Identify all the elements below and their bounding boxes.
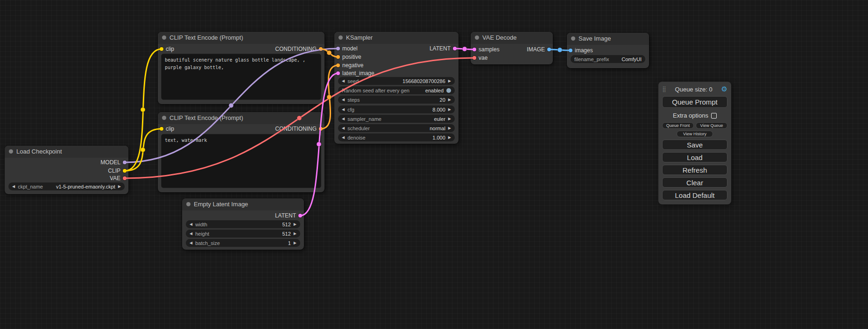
slot-label: clip: [166, 126, 174, 132]
increment-arrow-icon[interactable]: ▶: [448, 77, 451, 85]
widget-scheduler[interactable]: ◀ scheduler normal ▶: [338, 124, 455, 132]
decrement-arrow-icon[interactable]: ◀: [342, 133, 345, 141]
clear-button[interactable]: Clear: [662, 177, 727, 188]
widget-filename-prefix[interactable]: filename_prefix ComfyUI: [571, 55, 645, 63]
decrement-arrow-icon[interactable]: ◀: [342, 105, 345, 113]
control-toggle-dot[interactable]: [446, 88, 451, 93]
node-vae-decode[interactable]: VAE Decode samples vae IMAGE: [471, 32, 553, 64]
widget-name: height: [195, 231, 209, 237]
node-load-checkpoint[interactable]: Load Checkpoint MODEL CLIP VAE ◀ ckpt_na…: [5, 146, 128, 194]
settings-gear-icon[interactable]: ⚙: [721, 85, 727, 93]
increment-arrow-icon[interactable]: ▶: [448, 115, 451, 123]
increment-arrow-icon[interactable]: ▶: [448, 133, 451, 141]
widget-name: scheduler: [347, 126, 370, 131]
widget-random-seed-control[interactable]: Random seed after every gen enabled: [338, 86, 455, 94]
conditioning-output-dot[interactable]: [319, 47, 323, 51]
clip-output-dot[interactable]: [123, 169, 127, 173]
latent-output-dot[interactable]: [298, 214, 302, 217]
queue-prompt-button[interactable]: Queue Prompt: [662, 96, 727, 108]
widget-width[interactable]: ◀ width 512 ▶: [186, 220, 300, 228]
node-title-bar[interactable]: KSampler: [334, 32, 459, 44]
decrement-arrow-icon[interactable]: ◀: [190, 239, 192, 247]
increment-arrow-icon[interactable]: ▶: [448, 105, 451, 113]
increment-arrow-icon[interactable]: ▶: [294, 220, 296, 228]
vae-output-dot[interactable]: [123, 176, 127, 180]
extra-options-checkbox[interactable]: [711, 113, 717, 119]
widget-name: denoise: [347, 135, 366, 140]
widget-batch-size[interactable]: ◀ batch_size 1 ▶: [186, 239, 300, 247]
negative-input-dot[interactable]: [336, 63, 340, 67]
node-empty-latent-image[interactable]: Empty Latent Image LATENT ◀ width 512 ▶ …: [182, 198, 304, 250]
decrement-arrow-icon[interactable]: ◀: [12, 182, 15, 190]
collapse-dot[interactable]: [186, 202, 191, 206]
decrement-arrow-icon[interactable]: ◀: [342, 77, 345, 85]
widget-name: seed: [347, 78, 359, 84]
node-title-bar[interactable]: CLIP Text Encode (Prompt): [158, 32, 325, 44]
collapse-dot[interactable]: [9, 149, 13, 154]
model-output-dot[interactable]: [123, 161, 127, 164]
queue-size-label: Queue size: 0: [666, 86, 721, 93]
widget-value: 1.000: [432, 135, 445, 140]
queue-front-button[interactable]: Queue Front: [662, 122, 694, 129]
widget-ckpt-name[interactable]: ◀ ckpt_name v1-5-pruned-emaonly.ckpt ▶: [8, 182, 125, 190]
node-title-bar[interactable]: CLIP Text Encode (Prompt): [158, 112, 325, 124]
widget-name: Random seed after every gen: [342, 88, 409, 93]
input-slot-clip: clip: [158, 45, 174, 53]
decrement-arrow-icon[interactable]: ◀: [190, 230, 192, 238]
increment-arrow-icon[interactable]: ▶: [448, 124, 451, 132]
positive-input-dot[interactable]: [336, 55, 340, 59]
vae-input-dot[interactable]: [473, 56, 476, 60]
collapse-dot[interactable]: [162, 116, 166, 120]
latent-image-input-dot[interactable]: [336, 71, 340, 75]
samples-input-dot[interactable]: [473, 48, 476, 51]
drag-handle-icon[interactable]: ⣿: [662, 86, 666, 92]
save-button[interactable]: Save: [662, 140, 727, 150]
node-title-bar[interactable]: VAE Decode: [471, 32, 553, 44]
widget-value: 156680208700286: [402, 78, 445, 84]
collapse-dot[interactable]: [162, 35, 166, 40]
decrement-arrow-icon[interactable]: ◀: [342, 96, 345, 104]
images-input-dot[interactable]: [569, 49, 572, 52]
node-ksampler[interactable]: KSampler model positive negative latent_…: [334, 32, 459, 144]
conditioning-output-dot[interactable]: [319, 127, 323, 131]
link-midpoint-dot: [327, 50, 332, 55]
model-input-dot[interactable]: [336, 47, 340, 50]
widget-height[interactable]: ◀ height 512 ▶: [186, 230, 300, 238]
widget-seed[interactable]: ◀ seed 156680208700286 ▶: [338, 77, 455, 85]
view-queue-button[interactable]: View Queue: [696, 122, 727, 129]
decrement-arrow-icon[interactable]: ◀: [342, 115, 345, 123]
load-button[interactable]: Load: [662, 152, 727, 162]
node-clip-text-encode-negative[interactable]: CLIP Text Encode (Prompt) clip CONDITION…: [158, 112, 325, 192]
image-output-dot[interactable]: [547, 48, 551, 51]
widget-steps[interactable]: ◀ steps 20 ▶: [338, 96, 455, 104]
slot-label: CLIP: [108, 168, 120, 174]
positive-prompt-textarea[interactable]: beautiful scenery nature glass bottle la…: [162, 54, 321, 99]
negative-prompt-textarea[interactable]: text, watermark: [162, 134, 321, 188]
widget-cfg[interactable]: ◀ cfg 8.000 ▶: [338, 105, 455, 113]
collapse-dot[interactable]: [339, 35, 343, 40]
latent-output-dot[interactable]: [453, 47, 457, 50]
increment-arrow-icon[interactable]: ▶: [294, 239, 296, 247]
node-title: Load Checkpoint: [16, 148, 62, 155]
slot-label: CONDITIONING: [275, 46, 317, 52]
node-title-bar[interactable]: Save Image: [567, 33, 649, 45]
node-title-bar[interactable]: Empty Latent Image: [182, 198, 304, 210]
clip-input-dot[interactable]: [160, 127, 163, 131]
widget-sampler-name[interactable]: ◀ sampler_name euler ▶: [338, 115, 455, 123]
node-title-bar[interactable]: Load Checkpoint: [5, 146, 128, 158]
increment-arrow-icon[interactable]: ▶: [448, 96, 451, 104]
increment-arrow-icon[interactable]: ▶: [294, 230, 296, 238]
node-clip-text-encode-positive[interactable]: CLIP Text Encode (Prompt) clip CONDITION…: [158, 32, 325, 104]
collapse-dot[interactable]: [475, 35, 479, 40]
refresh-button[interactable]: Refresh: [662, 165, 727, 175]
clip-input-dot[interactable]: [160, 47, 163, 51]
view-history-button[interactable]: View History: [677, 131, 713, 137]
node-save-image[interactable]: Save Image images filename_prefix ComfyU…: [567, 33, 649, 68]
decrement-arrow-icon[interactable]: ◀: [190, 220, 192, 228]
link-midpoint-dot: [557, 48, 562, 52]
collapse-dot[interactable]: [571, 36, 575, 41]
increment-arrow-icon[interactable]: ▶: [118, 182, 121, 190]
widget-denoise[interactable]: ◀ denoise 1.000 ▶: [338, 133, 455, 141]
load-default-button[interactable]: Load Default: [662, 190, 727, 200]
decrement-arrow-icon[interactable]: ◀: [342, 124, 345, 132]
